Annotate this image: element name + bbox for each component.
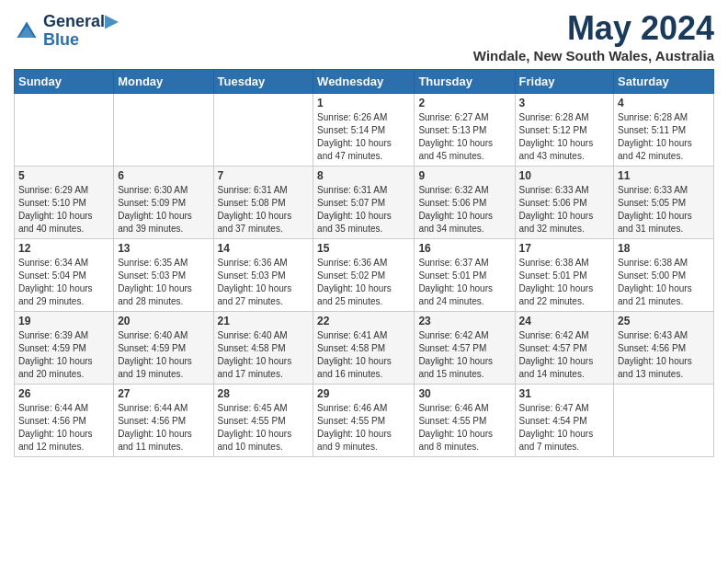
calendar-cell: 10Sunrise: 6:33 AM Sunset: 5:06 PM Dayli… (515, 167, 614, 239)
day-number: 4 (618, 97, 710, 109)
calendar-table: SundayMondayTuesdayWednesdayThursdayFrid… (14, 69, 714, 457)
day-info: Sunrise: 6:40 AM Sunset: 4:58 PM Dayligh… (218, 329, 310, 381)
day-info: Sunrise: 6:42 AM Sunset: 4:57 PM Dayligh… (418, 329, 510, 381)
logo-text: General▶ Blue (43, 13, 118, 50)
calendar-cell: 26Sunrise: 6:44 AM Sunset: 4:56 PM Dayli… (15, 385, 114, 457)
calendar-cell: 5Sunrise: 6:29 AM Sunset: 5:10 PM Daylig… (15, 167, 114, 239)
day-info: Sunrise: 6:45 AM Sunset: 4:55 PM Dayligh… (218, 402, 310, 454)
day-info: Sunrise: 6:36 AM Sunset: 5:03 PM Dayligh… (218, 257, 310, 308)
calendar-cell: 6Sunrise: 6:30 AM Sunset: 5:09 PM Daylig… (114, 167, 213, 239)
day-number: 17 (519, 242, 610, 255)
day-number: 8 (317, 169, 410, 182)
day-info: Sunrise: 6:44 AM Sunset: 4:56 PM Dayligh… (18, 402, 109, 454)
week-row-4: 19Sunrise: 6:39 AM Sunset: 4:59 PM Dayli… (15, 312, 714, 385)
calendar-cell (114, 94, 213, 167)
day-info: Sunrise: 6:35 AM Sunset: 5:03 PM Dayligh… (118, 257, 209, 308)
calendar-cell: 17Sunrise: 6:38 AM Sunset: 5:01 PM Dayli… (515, 239, 614, 312)
day-info: Sunrise: 6:33 AM Sunset: 5:06 PM Dayligh… (519, 184, 610, 236)
calendar-cell: 23Sunrise: 6:42 AM Sunset: 4:57 PM Dayli… (415, 312, 515, 385)
day-info: Sunrise: 6:27 AM Sunset: 5:13 PM Dayligh… (418, 111, 510, 163)
title-block: May 2024 Windale, New South Wales, Austr… (473, 9, 714, 63)
calendar-cell: 21Sunrise: 6:40 AM Sunset: 4:58 PM Dayli… (213, 312, 313, 385)
day-number: 19 (18, 315, 109, 327)
subtitle: Windale, New South Wales, Australia (473, 48, 714, 63)
calendar-cell (213, 94, 313, 167)
day-info: Sunrise: 6:38 AM Sunset: 5:00 PM Dayligh… (618, 257, 710, 308)
day-info: Sunrise: 6:46 AM Sunset: 4:55 PM Dayligh… (317, 402, 410, 454)
day-number: 9 (418, 169, 510, 182)
day-info: Sunrise: 6:41 AM Sunset: 4:58 PM Dayligh… (317, 329, 410, 381)
day-number: 5 (18, 169, 109, 182)
day-info: Sunrise: 6:34 AM Sunset: 5:04 PM Dayligh… (18, 257, 109, 308)
calendar-cell: 2Sunrise: 6:27 AM Sunset: 5:13 PM Daylig… (415, 94, 515, 167)
day-number: 31 (519, 387, 610, 400)
day-number: 25 (618, 315, 710, 327)
calendar-cell: 27Sunrise: 6:44 AM Sunset: 4:56 PM Dayli… (114, 385, 213, 457)
day-number: 16 (418, 242, 510, 255)
day-info: Sunrise: 6:30 AM Sunset: 5:09 PM Dayligh… (118, 184, 209, 236)
day-number: 1 (317, 97, 410, 109)
day-number: 3 (519, 97, 610, 109)
calendar-cell (15, 94, 114, 167)
week-row-1: 1Sunrise: 6:26 AM Sunset: 5:14 PM Daylig… (15, 94, 714, 167)
week-row-3: 12Sunrise: 6:34 AM Sunset: 5:04 PM Dayli… (15, 239, 714, 312)
day-number: 13 (118, 242, 209, 255)
day-number: 26 (18, 387, 109, 400)
week-row-5: 26Sunrise: 6:44 AM Sunset: 4:56 PM Dayli… (15, 385, 714, 457)
day-number: 18 (618, 242, 710, 255)
day-number: 30 (418, 387, 510, 400)
calendar-cell: 14Sunrise: 6:36 AM Sunset: 5:03 PM Dayli… (213, 239, 313, 312)
day-number: 14 (218, 242, 310, 255)
weekday-header-tuesday: Tuesday (213, 70, 313, 94)
weekday-header-wednesday: Wednesday (313, 70, 415, 94)
day-info: Sunrise: 6:28 AM Sunset: 5:11 PM Dayligh… (618, 111, 710, 163)
calendar-cell: 25Sunrise: 6:43 AM Sunset: 4:56 PM Dayli… (614, 312, 714, 385)
weekday-header-sunday: Sunday (15, 70, 114, 94)
day-number: 29 (317, 387, 410, 400)
day-number: 10 (519, 169, 610, 182)
day-info: Sunrise: 6:39 AM Sunset: 4:59 PM Dayligh… (18, 329, 109, 381)
day-number: 22 (317, 315, 410, 327)
day-info: Sunrise: 6:32 AM Sunset: 5:06 PM Dayligh… (418, 184, 510, 236)
day-number: 6 (118, 169, 209, 182)
day-number: 28 (218, 387, 310, 400)
day-info: Sunrise: 6:43 AM Sunset: 4:56 PM Dayligh… (618, 329, 710, 381)
weekday-header-saturday: Saturday (614, 70, 714, 94)
calendar-cell (614, 385, 714, 457)
main-title: May 2024 (473, 9, 714, 48)
day-number: 12 (18, 242, 109, 255)
calendar-cell: 31Sunrise: 6:47 AM Sunset: 4:54 PM Dayli… (515, 385, 614, 457)
calendar-cell: 18Sunrise: 6:38 AM Sunset: 5:00 PM Dayli… (614, 239, 714, 312)
day-number: 21 (218, 315, 310, 327)
day-info: Sunrise: 6:44 AM Sunset: 4:56 PM Dayligh… (118, 402, 209, 454)
calendar-cell: 11Sunrise: 6:33 AM Sunset: 5:05 PM Dayli… (614, 167, 714, 239)
calendar-cell: 13Sunrise: 6:35 AM Sunset: 5:03 PM Dayli… (114, 239, 213, 312)
day-number: 27 (118, 387, 209, 400)
calendar-cell: 19Sunrise: 6:39 AM Sunset: 4:59 PM Dayli… (15, 312, 114, 385)
day-info: Sunrise: 6:36 AM Sunset: 5:02 PM Dayligh… (317, 257, 410, 308)
calendar-cell: 22Sunrise: 6:41 AM Sunset: 4:58 PM Dayli… (313, 312, 415, 385)
calendar-cell: 16Sunrise: 6:37 AM Sunset: 5:01 PM Dayli… (415, 239, 515, 312)
calendar-cell: 20Sunrise: 6:40 AM Sunset: 4:59 PM Dayli… (114, 312, 213, 385)
calendar-cell: 30Sunrise: 6:46 AM Sunset: 4:55 PM Dayli… (415, 385, 515, 457)
day-info: Sunrise: 6:31 AM Sunset: 5:08 PM Dayligh… (218, 184, 310, 236)
day-info: Sunrise: 6:28 AM Sunset: 5:12 PM Dayligh… (519, 111, 610, 163)
day-number: 24 (519, 315, 610, 327)
day-info: Sunrise: 6:29 AM Sunset: 5:10 PM Dayligh… (18, 184, 109, 236)
calendar-cell: 3Sunrise: 6:28 AM Sunset: 5:12 PM Daylig… (515, 94, 614, 167)
day-info: Sunrise: 6:38 AM Sunset: 5:01 PM Dayligh… (519, 257, 610, 308)
weekday-header-row: SundayMondayTuesdayWednesdayThursdayFrid… (15, 70, 714, 94)
day-info: Sunrise: 6:33 AM Sunset: 5:05 PM Dayligh… (618, 184, 710, 236)
day-number: 15 (317, 242, 410, 255)
logo: General▶ Blue (14, 13, 118, 50)
day-number: 23 (418, 315, 510, 327)
day-info: Sunrise: 6:26 AM Sunset: 5:14 PM Dayligh… (317, 111, 410, 163)
day-info: Sunrise: 6:40 AM Sunset: 4:59 PM Dayligh… (118, 329, 209, 381)
day-number: 11 (618, 169, 710, 182)
day-info: Sunrise: 6:46 AM Sunset: 4:55 PM Dayligh… (418, 402, 510, 454)
calendar-cell: 7Sunrise: 6:31 AM Sunset: 5:08 PM Daylig… (213, 167, 313, 239)
calendar-cell: 8Sunrise: 6:31 AM Sunset: 5:07 PM Daylig… (313, 167, 415, 239)
calendar-cell: 12Sunrise: 6:34 AM Sunset: 5:04 PM Dayli… (15, 239, 114, 312)
page-header: General▶ Blue May 2024 Windale, New Sout… (14, 9, 714, 63)
calendar-cell: 28Sunrise: 6:45 AM Sunset: 4:55 PM Dayli… (213, 385, 313, 457)
